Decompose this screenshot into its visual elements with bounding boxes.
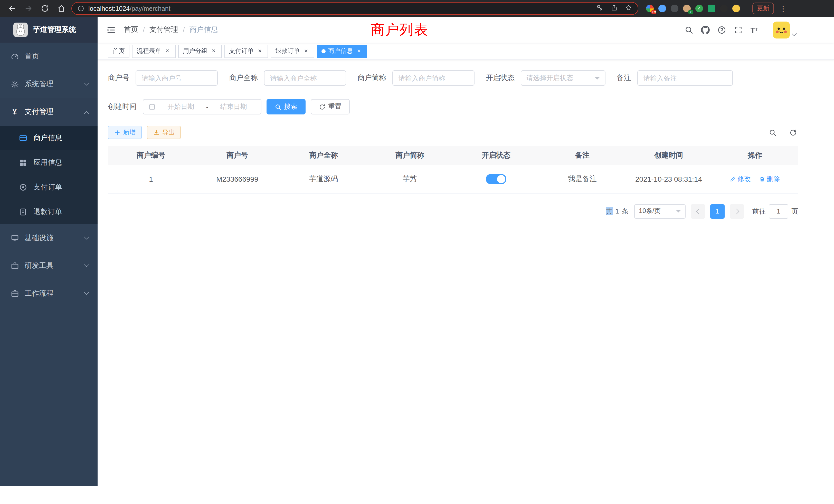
sidebar-item-devtools[interactable]: 研发工具 xyxy=(0,252,97,280)
chevron-left-icon xyxy=(696,208,702,214)
close-icon[interactable]: × xyxy=(210,47,217,55)
cell-merchant-no: M233666999 xyxy=(194,165,280,193)
table-header-row: 商户编号 商户号 商户全称 商户简称 开启状态 备注 创建时间 操作 xyxy=(108,146,798,165)
search-icon[interactable] xyxy=(683,25,694,35)
help-icon[interactable] xyxy=(717,25,727,35)
reset-button[interactable]: 重置 xyxy=(311,99,350,114)
extension-icon[interactable] xyxy=(720,5,728,12)
extension-icon[interactable]: 1 xyxy=(683,5,691,12)
filter-full-name: 商户全称 xyxy=(229,70,346,86)
sidebar-item-pay-order[interactable]: 支付订单 xyxy=(0,175,97,200)
collapse-sidebar-icon[interactable] xyxy=(97,17,124,43)
browser-menu-icon[interactable]: ⋮ xyxy=(779,4,787,13)
extension-badge: 10 xyxy=(651,10,656,14)
calendar-icon xyxy=(148,103,156,110)
status-toggle[interactable] xyxy=(486,174,506,184)
sidebar-item-home[interactable]: 首页 xyxy=(0,43,97,70)
merchant-no-input[interactable] xyxy=(136,70,218,86)
font-size-icon[interactable]: TT xyxy=(749,25,760,35)
filter-label: 商户简称 xyxy=(357,73,386,83)
sidebar-menu: 首页 系统管理 ¥ 支付管理 xyxy=(0,43,97,307)
extension-icon[interactable] xyxy=(658,5,666,12)
breadcrumb-item[interactable]: 支付管理 xyxy=(150,25,178,35)
extension-icon[interactable] xyxy=(708,5,716,12)
tab-pay-order[interactable]: 支付订单× xyxy=(224,44,268,58)
omnibox-actions xyxy=(596,4,632,13)
sidebar-item-refund-order[interactable]: 退款订单 xyxy=(0,200,97,224)
delete-button[interactable]: 删除 xyxy=(759,175,780,184)
chevron-down-icon xyxy=(84,234,89,239)
create-time-range-picker[interactable]: 开始日期 - 结束日期 xyxy=(143,99,261,114)
home-icon[interactable] xyxy=(54,2,68,15)
pagination-goto: 前往 页 xyxy=(752,204,798,219)
close-icon[interactable]: × xyxy=(355,47,363,55)
github-icon[interactable] xyxy=(700,25,710,35)
chevron-right-icon xyxy=(733,208,739,214)
bookmark-star-icon[interactable] xyxy=(625,4,632,13)
export-button[interactable]: 导出 xyxy=(147,126,181,139)
main-area: 首页 / 支付管理 / 商户信息 商户列表 xyxy=(97,17,834,486)
remark-input[interactable] xyxy=(637,70,733,86)
password-key-icon[interactable] xyxy=(596,4,603,13)
sidebar-item-label: 工作流程 xyxy=(25,289,53,298)
extension-icon[interactable]: 10 xyxy=(646,5,654,12)
tags-view: 首页 流程表单× 用户分组× 支付订单× 退款订单× 商户信息× xyxy=(97,43,834,60)
chevron-down-icon xyxy=(84,290,89,295)
close-icon[interactable]: × xyxy=(256,47,263,55)
refresh-icon[interactable] xyxy=(788,127,798,138)
sidebar-item-system[interactable]: 系统管理 xyxy=(0,70,97,98)
edit-button[interactable]: 修改 xyxy=(730,175,751,184)
add-button[interactable]: 新增 xyxy=(108,126,142,139)
url-host: localhost:1024 xyxy=(88,5,130,12)
toggle-search-icon[interactable] xyxy=(767,127,777,138)
close-icon[interactable]: × xyxy=(303,47,310,55)
sidebar-item-workflow[interactable]: 工作流程 xyxy=(0,280,97,307)
page-size-select[interactable]: 10条/页 xyxy=(634,204,686,219)
tab-refund-order[interactable]: 退款订单× xyxy=(271,44,314,58)
site-info-icon[interactable] xyxy=(78,5,84,12)
chevron-down-icon xyxy=(595,77,600,82)
share-icon[interactable] xyxy=(611,4,618,13)
breadcrumb-item[interactable]: 首页 xyxy=(124,25,138,35)
breadcrumb: 首页 / 支付管理 / 商户信息 xyxy=(124,25,218,35)
filter-label: 创建时间 xyxy=(108,102,137,111)
date-start-placeholder: 开始日期 xyxy=(159,102,203,111)
back-icon[interactable] xyxy=(5,2,19,15)
sidebar-item-payment[interactable]: ¥ 支付管理 xyxy=(0,98,97,126)
app-logo-row[interactable]: 芋道管理系统 xyxy=(0,17,97,43)
filter-row-2: 创建时间 开始日期 - 结束日期 xyxy=(108,99,798,114)
full-name-input[interactable] xyxy=(264,70,346,86)
page-number-button[interactable]: 1 xyxy=(710,204,725,219)
cell-status xyxy=(453,165,539,193)
search-button[interactable]: 搜索 xyxy=(266,99,306,114)
sidebar-item-infra[interactable]: 基础设施 xyxy=(0,224,97,252)
address-bar[interactable]: localhost:1024/pay/merchant xyxy=(71,2,638,15)
extension-icon[interactable]: ✓ xyxy=(695,5,703,12)
tab-user-group[interactable]: 用户分组× xyxy=(178,44,222,58)
short-name-input[interactable] xyxy=(392,70,475,86)
goto-page-input[interactable] xyxy=(769,204,788,219)
next-page-button[interactable] xyxy=(730,204,744,219)
fullscreen-icon[interactable] xyxy=(733,25,743,35)
reload-icon[interactable] xyxy=(38,2,51,15)
extension-icon[interactable] xyxy=(671,5,678,12)
sidebar-item-label: 研发工具 xyxy=(25,261,53,271)
chevron-down-icon xyxy=(84,262,89,267)
user-menu[interactable] xyxy=(773,21,796,38)
tab-home[interactable]: 首页 xyxy=(108,44,129,58)
tab-merchant-info[interactable]: 商户信息× xyxy=(317,44,367,58)
navbar-actions: TT xyxy=(683,21,796,38)
tab-process-form[interactable]: 流程表单× xyxy=(132,44,176,58)
extension-icon[interactable] xyxy=(732,5,740,12)
prev-page-button[interactable] xyxy=(691,204,705,219)
sidebar-item-app-info[interactable]: 应用信息 xyxy=(0,151,97,175)
sidebar-item-merchant-info[interactable]: 商户信息 xyxy=(0,126,97,151)
browser-update-button[interactable]: 更新 xyxy=(752,3,774,14)
merchant-table: 商户编号 商户号 商户全称 商户简称 开启状态 备注 创建时间 操作 xyxy=(108,146,798,194)
table-tools xyxy=(767,127,798,138)
close-icon[interactable]: × xyxy=(164,47,171,55)
app-title: 芋道管理系统 xyxy=(33,25,76,35)
status-select[interactable]: 请选择开启状态 xyxy=(521,70,606,86)
cell-full-name: 芋道源码 xyxy=(280,165,367,193)
app-frame: 芋道管理系统 首页 系统管理 ¥ xyxy=(0,17,834,486)
